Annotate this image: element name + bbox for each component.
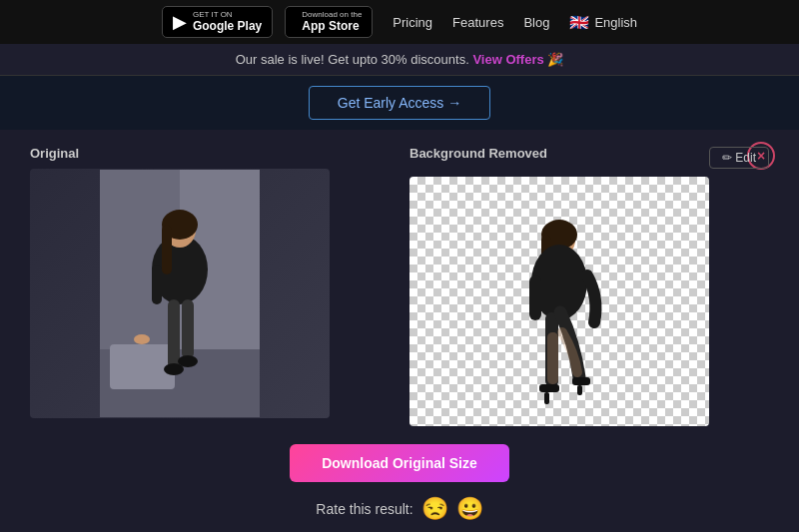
download-button[interactable]: Download Original Size	[290, 444, 509, 482]
images-row: Original	[30, 146, 769, 426]
app-store-big-text: App Store	[302, 20, 362, 33]
svg-rect-24	[547, 332, 558, 384]
original-photo-svg	[100, 170, 260, 417]
view-offers-link[interactable]: View Offers	[472, 52, 543, 67]
svg-rect-9	[168, 299, 180, 369]
svg-point-13	[134, 334, 150, 344]
google-play-icon: ▶	[173, 11, 187, 33]
svg-point-12	[178, 355, 198, 367]
app-store-badge[interactable]: Download on the App Store	[285, 6, 373, 38]
removed-label: Background Removed	[409, 146, 547, 161]
google-play-big-text: Google Play	[193, 20, 262, 33]
early-access-bar: Get Early Access →	[0, 76, 799, 130]
flag-icon: 🇬🇧	[569, 13, 589, 32]
main-content: × Original	[0, 130, 799, 532]
party-emoji: 🎉	[547, 52, 563, 67]
rating-bad-button[interactable]: 😒	[421, 496, 448, 522]
banner-text: Our sale is live! Get upto 30% discounts…	[236, 52, 469, 67]
removed-image	[409, 177, 709, 426]
removed-header-row: Background Removed ✏ Edit	[409, 146, 769, 169]
svg-rect-23	[577, 385, 582, 395]
svg-rect-22	[572, 377, 590, 385]
google-play-badge[interactable]: ▶ GET IT ON Google Play	[162, 6, 273, 38]
language-label: English	[594, 15, 637, 30]
promo-banner: Our sale is live! Get upto 30% discounts…	[0, 44, 799, 76]
language-selector[interactable]: 🇬🇧 English	[569, 13, 637, 32]
removed-photo-svg	[479, 178, 639, 425]
svg-rect-18	[529, 275, 541, 320]
svg-rect-7	[162, 225, 172, 274]
nav-features[interactable]: Features	[452, 15, 503, 30]
original-image	[30, 169, 330, 418]
nav-links: Pricing Features Blog 🇬🇧 English	[393, 13, 637, 32]
nav-blog[interactable]: Blog	[523, 15, 549, 30]
svg-rect-21	[544, 392, 549, 404]
svg-rect-10	[182, 299, 194, 359]
svg-rect-8	[152, 265, 162, 304]
original-panel: Original	[30, 146, 390, 418]
header: ▶ GET IT ON Google Play Download on the …	[0, 0, 799, 44]
removed-panel: Background Removed ✏ Edit	[409, 146, 769, 426]
nav-pricing[interactable]: Pricing	[393, 15, 432, 30]
svg-rect-20	[539, 384, 559, 392]
rating-section: Rate this result: 😒 😀	[30, 496, 769, 522]
edit-button[interactable]: ✏ Edit	[709, 147, 769, 169]
early-access-button[interactable]: Get Early Access →	[309, 86, 490, 120]
download-section: Download Original Size	[30, 444, 769, 482]
original-label: Original	[30, 146, 390, 161]
rating-good-button[interactable]: 😀	[456, 496, 483, 522]
rating-label: Rate this result:	[316, 501, 412, 517]
